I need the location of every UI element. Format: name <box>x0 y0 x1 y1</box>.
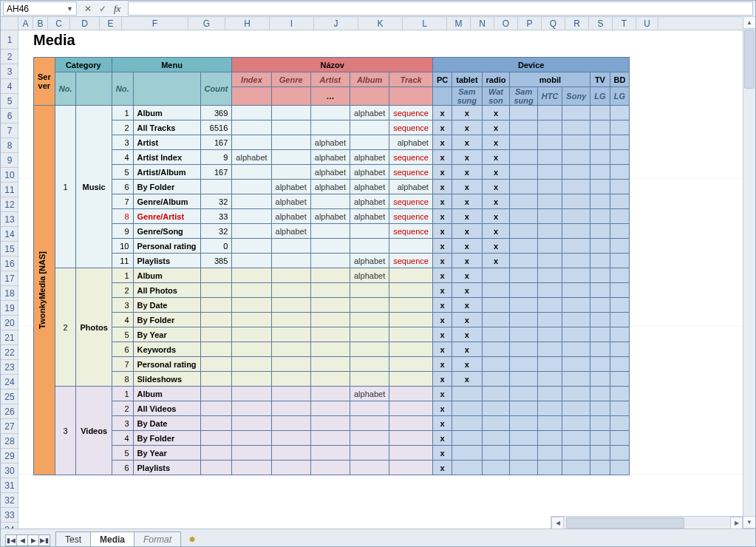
row-header[interactable]: 6 <box>1 109 18 123</box>
row-header[interactable]: 19 <box>1 301 18 316</box>
col-header[interactable]: G <box>188 17 225 30</box>
accept-icon[interactable]: ✓ <box>96 2 109 16</box>
table-row: 6Keywordsxx <box>34 342 630 357</box>
scroll-up-icon[interactable]: ▲ <box>743 16 756 29</box>
row-header[interactable]: 20 <box>1 316 18 330</box>
row-header[interactable]: 11 <box>1 183 18 197</box>
row-header[interactable]: 25 <box>1 390 18 404</box>
select-all-corner[interactable] <box>1 17 18 30</box>
horizontal-scrollbar[interactable]: ◀ ▶ <box>551 516 743 529</box>
col-header[interactable]: M <box>447 17 471 30</box>
col-header[interactable]: J <box>314 17 358 30</box>
col-header[interactable]: T <box>613 17 636 30</box>
col-header[interactable]: N <box>471 17 494 30</box>
row-header[interactable]: 27 <box>1 419 18 434</box>
col-header[interactable]: C <box>48 17 70 30</box>
table-row: 4By Folderx <box>34 431 630 446</box>
row-header[interactable]: 21 <box>1 330 18 345</box>
col-header[interactable]: U <box>636 17 658 30</box>
row-header[interactable]: 23 <box>1 360 18 375</box>
col-header[interactable]: P <box>518 17 542 30</box>
col-header[interactable]: K <box>358 17 403 30</box>
row-header[interactable]: 16 <box>1 256 18 271</box>
row-header[interactable]: 31 <box>1 478 18 493</box>
col-header[interactable]: A <box>18 17 33 30</box>
scroll-left-icon[interactable]: ◀ <box>551 517 564 529</box>
table-row: 4By Folderxx <box>34 313 630 327</box>
table-row: 7Personal ratingxx <box>34 357 630 372</box>
row-header[interactable]: 30 <box>1 463 18 478</box>
row-header[interactable]: 26 <box>1 404 18 419</box>
row-header[interactable]: 29 <box>1 449 18 463</box>
row-header[interactable]: 2 <box>1 50 18 64</box>
column-headers[interactable]: ABCDEFGHIJKLMNOPQRSTU <box>18 17 755 30</box>
row-header[interactable]: 1 <box>1 30 18 50</box>
row-headers[interactable]: 1234567891011121314151617181920212223242… <box>1 30 18 529</box>
row-header[interactable]: 5 <box>1 94 18 109</box>
row-header[interactable]: 3 <box>1 64 18 79</box>
sheet-tab-bar: ▮◀ ◀ ▶ ▶▮ TestMediaFormat ✸ ◀ ▶ <box>1 529 755 546</box>
table-row: 9Genre/Song32alphabetsequencexxx <box>34 224 630 239</box>
row-header[interactable]: 33 <box>1 508 18 523</box>
col-header[interactable]: I <box>270 17 314 30</box>
row-header[interactable]: 15 <box>1 242 18 256</box>
row-header[interactable]: 13 <box>1 212 18 227</box>
table-row: 3Artist167alphabetalphabetxxx <box>34 135 630 150</box>
cancel-icon[interactable]: ✕ <box>81 2 95 16</box>
row-header[interactable]: 17 <box>1 271 18 286</box>
cells-area[interactable]: Media ServerCategoryMenuNázovDeviceNo.No… <box>18 30 755 529</box>
tab-media[interactable]: Media <box>90 531 134 546</box>
row-header[interactable]: 34 <box>1 523 18 529</box>
tab-format[interactable]: Format <box>134 531 181 546</box>
row-header[interactable]: 18 <box>1 286 18 301</box>
fx-icon[interactable]: fx <box>111 3 123 15</box>
col-header[interactable]: B <box>33 17 48 30</box>
row-header[interactable]: 8 <box>1 138 18 153</box>
table-row: 2All Tracks6516sequencexxx <box>34 120 630 135</box>
cell-reference: AH46 <box>7 4 29 14</box>
formula-input[interactable] <box>128 1 753 16</box>
tab-prev-icon[interactable]: ◀ <box>16 534 28 546</box>
row-header[interactable]: 7 <box>1 123 18 138</box>
name-box[interactable]: AH46 ▼ <box>3 1 77 16</box>
col-header[interactable]: E <box>100 17 122 30</box>
row-header[interactable]: 10 <box>1 168 18 183</box>
tab-next-icon[interactable]: ▶ <box>27 534 39 546</box>
tab-last-icon[interactable]: ▶▮ <box>38 534 50 546</box>
row-header[interactable]: 12 <box>1 197 18 212</box>
table-row: 4Artist Index9alphabetalphabetalphabetse… <box>34 150 630 165</box>
col-header[interactable]: O <box>494 17 518 30</box>
scroll-right-icon[interactable]: ▶ <box>730 517 743 529</box>
new-sheet-icon[interactable]: ✸ <box>183 533 201 546</box>
tab-first-icon[interactable]: ▮◀ <box>5 534 17 546</box>
table-row: 3Videos1Albumalphabetx <box>34 387 630 401</box>
col-header[interactable]: H <box>225 17 270 30</box>
table-row: 8Genre/Artist33alphabetalphabetalphabets… <box>34 209 630 224</box>
scroll-thumb[interactable] <box>744 30 755 89</box>
tab-test[interactable]: Test <box>55 531 91 546</box>
row-header[interactable]: 9 <box>1 153 18 168</box>
row-header[interactable]: 32 <box>1 493 18 508</box>
table-row: 5By Yearx <box>34 446 630 461</box>
table-row: 5Artist/Album167alphabetalphabetsequence… <box>34 165 630 180</box>
row-header[interactable]: 24 <box>1 375 18 390</box>
table-row: 10Personal rating0xxx <box>34 239 630 254</box>
hscroll-thumb[interactable] <box>566 517 684 529</box>
chevron-down-icon[interactable]: ▼ <box>67 5 73 13</box>
col-header[interactable]: D <box>70 17 100 30</box>
row-header[interactable]: 28 <box>1 434 18 449</box>
col-header[interactable]: F <box>122 17 188 30</box>
col-header[interactable]: L <box>403 17 447 30</box>
col-header[interactable]: R <box>565 17 589 30</box>
row-header[interactable]: 14 <box>1 227 18 242</box>
col-header[interactable]: Q <box>542 17 565 30</box>
col-header[interactable]: S <box>589 17 613 30</box>
table-row: 6By Folderalphabetalphabetalphabetalphab… <box>34 180 630 194</box>
table-row: 11Playlists385alphabetsequencexxx <box>34 254 630 268</box>
table-row: 3By Datex <box>34 416 630 431</box>
row-header[interactable]: 4 <box>1 79 18 94</box>
vertical-scrollbar[interactable]: ▲ ▼ <box>743 17 755 529</box>
table-row: TwonkyMedia [NAS]1Music1Album369alphabet… <box>34 106 630 120</box>
row-header[interactable]: 22 <box>1 345 18 360</box>
scroll-down-icon[interactable]: ▼ <box>743 516 756 529</box>
